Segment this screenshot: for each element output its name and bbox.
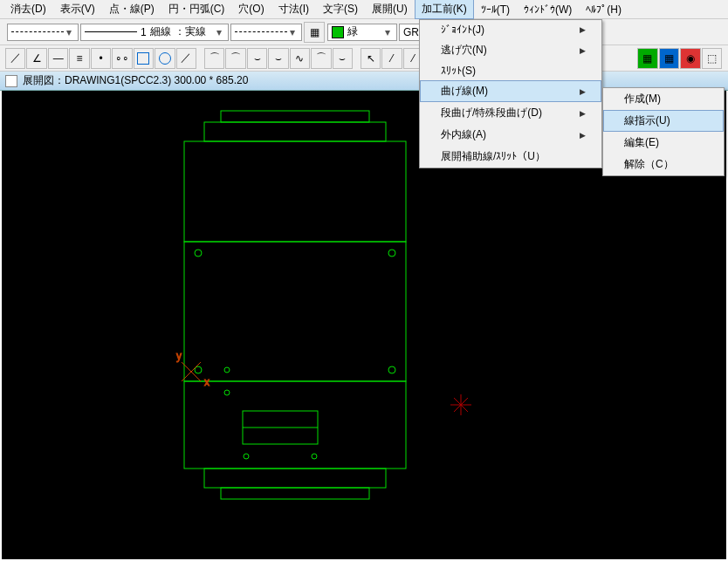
line-style: ：実線 [175,24,206,39]
svg-rect-13 [204,469,386,488]
svg-point-12 [312,454,317,459]
tool-hline-icon[interactable]: ― [48,48,68,69]
menuitem-6[interactable]: 展開補助線/ｽﾘｯﾄ（U） [420,146,601,168]
menu-3[interactable]: 円・円弧(C) [161,0,232,19]
menu-2[interactable]: 点・線(P) [102,0,161,19]
tool-mode4-icon[interactable]: ⬚ [702,48,722,69]
dash-select[interactable]: ▾ [7,24,79,41]
color-select[interactable]: 緑 ▾ [327,24,397,41]
tool-arc6-icon[interactable]: ⌒ [311,48,331,69]
tool-chain-icon[interactable]: ∘∘ [112,48,132,69]
svg-point-4 [195,250,202,257]
color-swatch [332,26,344,38]
line-no: 1 [141,26,147,38]
svg-text:x: x [204,376,209,388]
tool-pointer-icon[interactable]: ↖ [361,48,381,69]
tool-mode3-icon[interactable]: ◉ [680,48,700,69]
svg-point-11 [244,454,249,459]
dash-select-2[interactable]: ▾ [230,24,302,41]
menu-4[interactable]: 穴(O) [231,0,271,19]
svg-rect-0 [221,111,369,122]
doc-icon [5,75,17,87]
submenuitem-2[interactable]: 編集(E) [603,132,724,154]
tool-arc4-icon[interactable]: ⌣ [268,48,288,69]
submenu-mageline: 作成(M)線指示(U)編集(E)解除（C） [602,87,725,176]
tool-arc3-icon[interactable]: ⌣ [247,48,267,69]
tool-arc2-icon[interactable]: ⌒ [225,48,245,69]
menuitem-0[interactable]: ｼﾞｮｲﾝﾄ(J)▶ [420,20,601,39]
menu-7[interactable]: 展開(U) [365,0,415,19]
color-button[interactable]: ▦ [304,22,325,43]
menu-kakoumae: ｼﾞｮｲﾝﾄ(J)▶逃げ穴(N)▶ｽﾘｯﾄ(S)曲げ線(M)▶段曲げ/特殊段曲げ… [419,19,602,168]
tool-arc1-icon[interactable]: ⌒ [204,48,224,69]
tool-angle-icon[interactable]: ∠ [26,48,46,69]
property-toolbar: ▾ 1 細線 ：実線 ▾ ▾ ▦ 緑 ▾ [0,19,728,45]
tool-mode1-icon[interactable]: ▦ [637,48,657,69]
submenuitem-3[interactable]: 解除（C） [603,154,724,175]
menuitem-4[interactable]: 段曲げ/特殊段曲げ(D)▶ [420,102,601,124]
svg-rect-14 [221,488,369,499]
menuitem-3[interactable]: 曲げ線(M)▶ [420,80,601,102]
tool-toolbar: ／ ∠ ― ≡ • ∘∘ ／ ⌒ ⌒ ⌣ ⌣ ∿ ⌒ ⌣ ↖ ∕ ∕ ∕ ▭ ▦… [0,45,728,72]
svg-point-7 [388,366,395,373]
submenuitem-0[interactable]: 作成(M) [603,88,724,110]
svg-rect-3 [184,242,406,381]
tool-rect-icon[interactable] [134,48,154,69]
document-title: 展開図：DRAWING1(SPCC2.3) 300.00 * 685.20 [23,73,248,88]
menu-8[interactable]: 加工前(K) [415,0,474,19]
tool-dot-icon[interactable]: • [91,48,111,69]
submenuitem-1[interactable]: 線指示(U) [603,110,724,132]
svg-rect-8 [184,381,406,469]
color-name: 緑 [347,24,358,39]
menu-1[interactable]: 表示(V) [53,0,102,19]
tool-line2-icon[interactable]: ／ [176,48,196,69]
tool-arc5-icon[interactable]: ∿ [290,48,310,69]
tool-arc7-icon[interactable]: ⌣ [333,48,353,69]
tool-circle-icon[interactable] [155,48,175,69]
svg-point-16 [224,390,230,395]
menu-9[interactable]: ﾂｰﾙ(T) [474,1,517,18]
menuitem-1[interactable]: 逃げ穴(N)▶ [420,39,601,61]
svg-point-15 [224,367,230,373]
line-type-select[interactable]: 1 細線 ：実線 ▾ [80,24,229,41]
menu-5[interactable]: 寸法(I) [271,0,316,19]
menu-bar: 消去(D)表示(V)点・線(P)円・円弧(C)穴(O)寸法(I)文字(S)展開(… [0,0,728,19]
menu-10[interactable]: ｳｨﾝﾄﾞｳ(W) [517,1,579,18]
line-kind: 細線 [150,24,171,39]
menuitem-5[interactable]: 外内線(A)▶ [420,124,601,146]
svg-point-5 [388,250,395,257]
svg-rect-2 [184,141,406,242]
menu-11[interactable]: ﾍﾙﾌﾟ(H) [579,1,628,18]
tool-edge1-icon[interactable]: ∕ [381,48,402,69]
menu-0[interactable]: 消去(D) [3,0,53,19]
tool-mode2-icon[interactable]: ▦ [659,48,679,69]
menu-6[interactable]: 文字(S) [316,0,365,19]
svg-text:y: y [176,350,182,362]
tool-line-icon[interactable]: ／ [5,48,25,69]
tool-multiline-icon[interactable]: ≡ [69,48,89,69]
svg-rect-1 [204,122,386,141]
menuitem-2[interactable]: ｽﾘｯﾄ(S) [420,61,601,80]
